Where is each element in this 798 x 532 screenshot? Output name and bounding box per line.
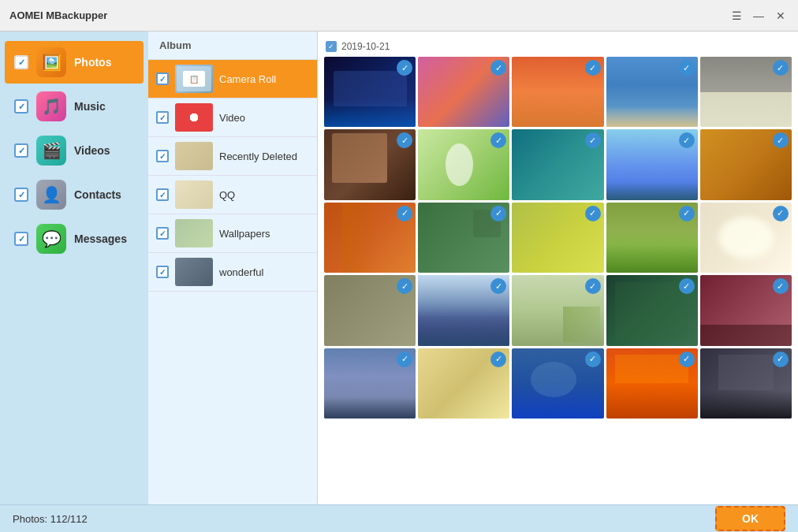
photo-check-8: ✓ bbox=[585, 132, 601, 148]
photo-cell-7[interactable]: ✓ bbox=[418, 129, 509, 199]
photo-cell-13[interactable]: ✓ bbox=[512, 203, 603, 273]
photo-check-19: ✓ bbox=[679, 278, 695, 294]
recently-deleted-label: Recently Deleted bbox=[219, 151, 297, 162]
photo-cell-21[interactable]: ✓ bbox=[324, 348, 416, 419]
photo-cell-19[interactable]: ✓ bbox=[606, 275, 698, 345]
photo-cell-15[interactable]: ✓ bbox=[700, 203, 792, 273]
album-item-video[interactable]: ✓ ⏺ Video bbox=[148, 99, 317, 137]
camera-roll-checkbox[interactable]: ✓ bbox=[156, 73, 169, 85]
qq-thumb bbox=[175, 180, 213, 209]
photo-cell-20[interactable]: ✓ bbox=[700, 275, 792, 345]
date-text: 2019-10-21 bbox=[341, 41, 390, 52]
wallpapers-checkbox[interactable]: ✓ bbox=[156, 227, 169, 240]
videos-icon: 🎬 bbox=[36, 136, 66, 166]
photo-cell-5[interactable]: ✓ bbox=[700, 57, 792, 127]
photo-check-14: ✓ bbox=[679, 206, 695, 221]
qq-checkbox[interactable]: ✓ bbox=[156, 188, 169, 201]
video-checkbox[interactable]: ✓ bbox=[156, 111, 169, 124]
qq-label: QQ bbox=[219, 189, 235, 201]
sidebar-item-music[interactable]: ✓ 🎵 Music bbox=[5, 85, 144, 128]
photo-cell-14[interactable]: ✓ bbox=[606, 203, 698, 273]
date-label: ✓ 2019-10-21 bbox=[324, 38, 792, 57]
album-item-qq[interactable]: ✓ QQ bbox=[148, 176, 317, 214]
messages-icon: 💬 bbox=[36, 224, 66, 254]
album-header: Album bbox=[148, 32, 317, 60]
photo-cell-17[interactable]: ✓ bbox=[418, 275, 509, 345]
status-bar: Photos: 112/112 OK bbox=[0, 504, 798, 532]
photos-icon: 🖼️ bbox=[36, 47, 66, 77]
camera-roll-thumb: 📋 bbox=[175, 65, 213, 93]
video-label: Video bbox=[219, 112, 245, 124]
photo-cell-23[interactable]: ✓ bbox=[512, 348, 603, 419]
photo-panel[interactable]: ✓ 2019-10-21 ✓ ✓ ✓ bbox=[318, 32, 798, 504]
minimize-btn[interactable]: — bbox=[751, 8, 766, 24]
title-bar: AOMEI MBackupper ☰ — ✕ bbox=[0, 0, 798, 32]
photo-cell-4[interactable]: ✓ bbox=[606, 57, 698, 127]
wonderful-checkbox[interactable]: ✓ bbox=[156, 266, 169, 278]
wallpapers-label: Wallpapers bbox=[219, 228, 270, 240]
wonderful-label: wonderful bbox=[219, 266, 263, 278]
sidebar-item-messages[interactable]: ✓ 💬 Messages bbox=[5, 218, 144, 260]
date-checkbox[interactable]: ✓ bbox=[326, 41, 337, 52]
wonderful-thumb bbox=[175, 258, 213, 286]
photo-cell-24[interactable]: ✓ bbox=[606, 348, 698, 419]
video-thumb: ⏺ bbox=[175, 103, 213, 132]
photo-check-21: ✓ bbox=[397, 352, 412, 367]
photo-check-20: ✓ bbox=[773, 278, 789, 294]
photo-check-25: ✓ bbox=[773, 352, 789, 367]
list-icon-btn[interactable]: ☰ bbox=[729, 8, 744, 24]
photo-check-3: ✓ bbox=[585, 60, 601, 76]
album-panel: Album ✓ 📋 Camera Roll ✓ ⏺ Vi bbox=[148, 32, 318, 504]
photo-cell-8[interactable]: ✓ bbox=[512, 129, 603, 199]
photo-check-22: ✓ bbox=[490, 352, 506, 367]
music-label: Music bbox=[74, 100, 106, 113]
photo-cell-10[interactable]: ✓ bbox=[700, 129, 792, 199]
contacts-icon: 👤 bbox=[36, 180, 66, 210]
album-item-recently-deleted[interactable]: ✓ Recently Deleted bbox=[148, 137, 317, 176]
photo-cell-12[interactable]: ✓ bbox=[418, 203, 509, 273]
photo-cell-11[interactable]: ✓ bbox=[324, 203, 416, 273]
photo-check-15: ✓ bbox=[773, 206, 789, 221]
recently-deleted-checkbox[interactable]: ✓ bbox=[156, 150, 169, 162]
photo-cell-16[interactable]: ✓ bbox=[324, 275, 416, 345]
sidebar-item-photos[interactable]: ✓ 🖼️ Photos bbox=[5, 41, 144, 84]
photo-cell-9[interactable]: ✓ bbox=[606, 129, 698, 199]
videos-label: Videos bbox=[74, 144, 110, 157]
app-body: ✓ 🖼️ Photos ✓ 🎵 Music ✓ 🎬 Videos bbox=[0, 32, 798, 504]
ok-button[interactable]: OK bbox=[715, 506, 785, 531]
photo-cell-2[interactable]: ✓ bbox=[418, 57, 509, 127]
close-btn[interactable]: ✕ bbox=[773, 8, 789, 24]
wallpapers-thumb bbox=[175, 219, 213, 247]
messages-label: Messages bbox=[74, 233, 127, 245]
sidebar-item-videos[interactable]: ✓ 🎬 Videos bbox=[5, 129, 144, 172]
photo-cell-22[interactable]: ✓ bbox=[418, 348, 509, 419]
window-controls: ☰ — ✕ bbox=[729, 8, 789, 24]
photo-check-13: ✓ bbox=[585, 206, 601, 221]
contacts-checkbox[interactable]: ✓ bbox=[14, 188, 28, 202]
sidebar-item-contacts[interactable]: ✓ 👤 Contacts bbox=[5, 173, 144, 216]
photo-check-18: ✓ bbox=[585, 278, 601, 294]
videos-checkbox[interactable]: ✓ bbox=[14, 143, 28, 158]
photo-cell-25[interactable]: ✓ bbox=[700, 348, 792, 419]
album-item-wonderful[interactable]: ✓ wonderful bbox=[148, 253, 317, 292]
photos-checkbox[interactable]: ✓ bbox=[14, 55, 28, 69]
album-item-camera-roll[interactable]: ✓ 📋 Camera Roll bbox=[148, 60, 317, 99]
photo-check-11: ✓ bbox=[397, 206, 412, 221]
music-icon: 🎵 bbox=[36, 91, 66, 121]
photo-cell-18[interactable]: ✓ bbox=[512, 275, 603, 345]
album-item-wallpapers[interactable]: ✓ Wallpapers bbox=[148, 214, 317, 253]
messages-checkbox[interactable]: ✓ bbox=[14, 232, 28, 246]
photo-cell-1[interactable]: ✓ bbox=[324, 57, 416, 127]
app-title: AOMEI MBackupper bbox=[9, 9, 729, 21]
contacts-label: Contacts bbox=[74, 188, 121, 201]
photos-label: Photos bbox=[74, 56, 111, 69]
photo-check-5: ✓ bbox=[773, 60, 789, 76]
photo-check-24: ✓ bbox=[679, 352, 695, 367]
music-checkbox[interactable]: ✓ bbox=[14, 99, 28, 113]
photo-check-23: ✓ bbox=[585, 352, 601, 367]
photo-cell-3[interactable]: ✓ bbox=[512, 57, 603, 127]
sidebar: ✓ 🖼️ Photos ✓ 🎵 Music ✓ 🎬 Videos bbox=[0, 32, 148, 504]
camera-roll-label: Camera Roll bbox=[219, 73, 276, 85]
photo-cell-6[interactable]: ✓ bbox=[324, 129, 416, 199]
recently-deleted-thumb bbox=[175, 142, 213, 170]
